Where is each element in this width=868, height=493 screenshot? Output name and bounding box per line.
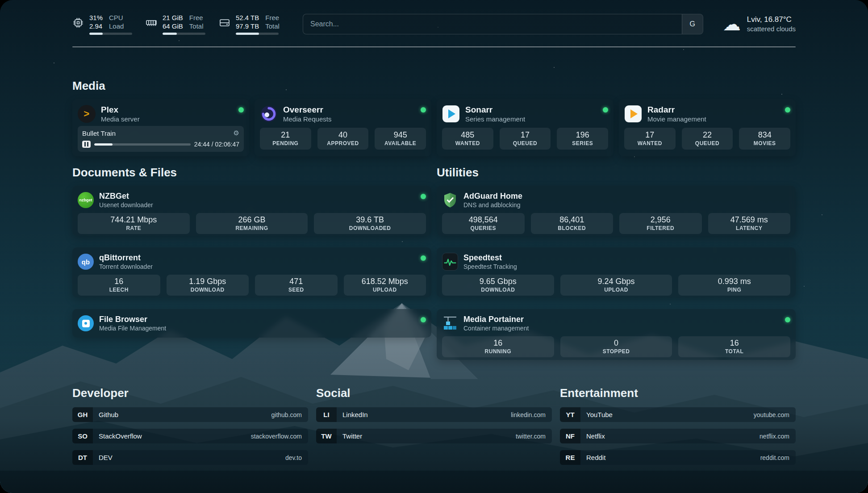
bookmark-abbr: SO [72,429,93,443]
disk-total-label: Total [265,22,280,30]
filebrowser-card[interactable]: File Browser Media File Management [72,309,431,338]
bookmark-url: stackoverflow.com [251,433,302,440]
search-provider-button[interactable]: G [682,14,703,34]
bookmark-abbr: GH [72,407,93,422]
bookmark-name: YouTube [586,411,754,418]
pause-button[interactable] [82,141,91,148]
disk-free-label: Free [265,13,279,22]
qbittorrent-icon: qb [78,254,94,270]
stat-download: 1.19 Gbps DOWNLOAD [167,275,249,296]
adguard-card[interactable]: AdGuard Home DNS and adblocking 498,564 … [437,186,796,236]
speedtest-card[interactable]: Speedtest Speedtest Tracking 9.65 Gbps D… [437,247,796,297]
bookmark-linkedin[interactable]: LI LinkedIn linkedin.com [316,407,552,422]
portainer-icon [442,315,458,331]
snow-specks [0,0,1,1]
memory-total-label: Total [189,22,204,30]
bookmark-abbr: RE [560,450,580,465]
sonarr-card[interactable]: Sonarr Series management 485 WANTED 17 Q… [437,99,613,156]
bookmarks-developer: Developer GH Github github.com SO StackO… [72,386,308,465]
service-name: Media Portainer [463,314,529,324]
stat-series: 196 SERIES [557,128,608,150]
bookmark-name: Github [99,411,271,418]
radarr-icon [624,105,642,123]
bookmark-url: youtube.com [754,411,789,418]
service-description: Movie management [647,115,706,123]
status-online-dot [421,107,426,113]
top-bar: 31% 2.94 CPU Load [72,13,796,35]
bookmark-abbr: TW [316,429,337,443]
stat-queued: 22 QUEUED [682,128,733,150]
stat-downloaded: 39.6 TB DOWNLOADED [314,213,426,234]
overseerr-icon [260,105,278,123]
plex-card[interactable]: Plex Media server Bullet Train 24:44 / 0… [72,99,249,156]
status-online-dot [421,194,426,199]
stat-queries: 498,564 QUERIES [442,213,525,234]
service-name: qBittorrent [99,253,153,263]
plex-icon [78,105,96,123]
speedtest-stats: 9.65 Gbps DOWNLOAD 9.24 Gbps UPLOAD 0.99… [442,275,790,296]
weather-location: Lviv, 16.87°C [747,15,796,25]
stat-remaining: 266 GB REMAINING [196,213,308,234]
stat-approved: 40 APPROVED [317,128,369,150]
section-title-documents: Documents & Files [72,165,431,180]
status-online-dot [603,107,608,113]
overseerr-stats: 21 PENDING 40 APPROVED 945 AVAILABLE [260,128,426,150]
bookmarks-area: Developer GH Github github.com SO StackO… [72,386,796,465]
stat-filtered: 2,956 FILTERED [619,213,702,234]
bookmark-name: LinkedIn [342,411,511,418]
service-description: Media File Management [99,324,166,332]
disk-widget: 52.4 TB 97.9 TB Free Total [219,13,280,35]
bookmark-github[interactable]: GH Github github.com [72,407,308,422]
portainer-card[interactable]: Media Portainer Container management 16 … [437,309,796,360]
playback-progress-bar[interactable] [94,143,191,146]
bookmark-url: twitter.com [516,433,546,440]
bookmark-twitter[interactable]: TW Twitter twitter.com [316,429,552,443]
settings-gear-icon[interactable] [234,129,239,137]
system-metrics: 31% 2.94 CPU Load [72,13,280,35]
cpu-load-label: Load [109,22,124,30]
service-description: Media server [101,115,140,123]
cpu-icon [72,17,84,30]
radarr-card[interactable]: Radarr Movie management 17 WANTED 22 QUE… [619,99,796,156]
section-title-utilities: Utilities [437,165,796,180]
service-name: Sonarr [465,104,525,115]
nzbget-icon: nzbget [78,192,94,208]
playback-time: 24:44 / 02:06:47 [194,141,239,148]
bookmarks-social: Social LI LinkedIn linkedin.com TW Twitt… [316,386,552,465]
cpu-usage-value: 31% [89,13,103,22]
bookmark-stackoverflow[interactable]: SO StackOverflow stackoverflow.com [72,429,308,443]
bookmark-dev[interactable]: DT DEV dev.to [72,450,308,465]
bookmark-url: reddit.com [760,454,789,461]
sonarr-stats: 485 WANTED 17 QUEUED 196 SERIES [442,128,608,150]
status-online-dot [785,107,790,113]
radarr-stats: 17 WANTED 22 QUEUED 834 MOVIES [624,128,790,150]
nzbget-card[interactable]: nzbget NZBGet Usenet downloader 744.21 M… [72,186,431,236]
dashboard-screen: 31% 2.94 CPU Load [0,0,868,493]
bookmark-url: github.com [271,411,302,418]
cpu-usage-bar [89,33,132,35]
status-online-dot [785,317,790,322]
section-title-social: Social [316,386,552,400]
documents-column: Documents & Files nzbget NZBGet Usenet d… [72,165,431,338]
portainer-stats: 16 RUNNING 0 STOPPED 16 TOTAL [442,336,790,357]
memory-icon [146,17,157,30]
status-online-dot [421,317,426,322]
cpu-label: CPU [109,13,123,22]
stat-total: 16 TOTAL [678,336,790,357]
memory-free-label: Free [189,13,203,22]
overseerr-card[interactable]: Overseerr Media Requests 21 PENDING 40 A… [255,99,431,156]
bookmark-youtube[interactable]: YT YouTube youtube.com [560,407,796,422]
filebrowser-icon [78,315,94,331]
bookmark-abbr: YT [560,407,580,422]
service-description: Usenet downloader [99,201,153,209]
qbittorrent-stats: 16 LEECH 1.19 Gbps DOWNLOAD 471 SEED 6 [78,275,426,296]
bookmark-reddit[interactable]: RE Reddit reddit.com [560,450,796,465]
stat-queued: 17 QUEUED [500,128,551,150]
service-name: Plex [101,104,140,115]
stat-latency: 47.569 ms LATENCY [708,213,791,234]
weather-condition: scattered clouds [747,25,796,33]
bookmark-netflix[interactable]: NF Netflix netflix.com [560,429,796,443]
bookmark-url: dev.to [285,454,302,461]
qbittorrent-card[interactable]: qb qBittorrent Torrent downloader 16 LEE… [72,247,431,297]
search-input[interactable] [303,14,682,34]
